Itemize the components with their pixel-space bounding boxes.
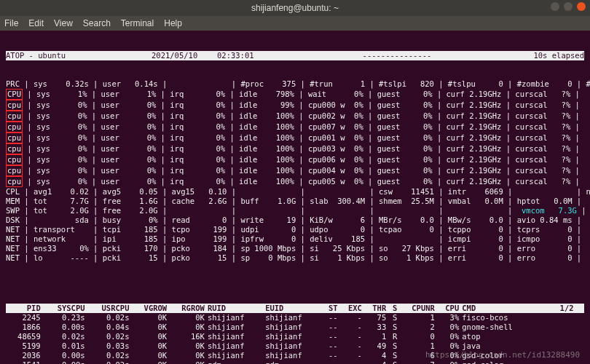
col-thr: THR <box>365 304 389 313</box>
page-indicator: 1/2 <box>560 304 584 313</box>
col-pid: PID <box>6 304 44 313</box>
process-row: 18660.00s0.04s0K0Kshijianfshijianf---33S… <box>6 323 584 332</box>
cpu-label: cpu <box>6 154 23 165</box>
col-ruid: RUID <box>208 304 265 313</box>
maximize-button[interactable] <box>564 2 573 11</box>
sysline: MEM | tot 7.7G | free 1.6G | cache 2.6G … <box>6 197 584 206</box>
col-syscpu: SYSCPU <box>44 304 88 313</box>
sysline: NET | ens33 0% | pcki 170 | pcko 184 | s… <box>6 244 584 253</box>
col-cmd: CMD <box>462 304 559 313</box>
process-row: 486590.02s0.02s0K16Kshijianfshijianf---1… <box>6 332 584 341</box>
sysline: cpu | sys 0% | user 0% | irq 0% | idle 1… <box>6 165 584 176</box>
sysline: cpu | sys 0% | user 0% | irq 0% | idle 9… <box>6 100 584 111</box>
col-exc: EXC <box>341 304 365 313</box>
atop-elapsed: 10s elapsed <box>519 51 584 60</box>
sysline: cpu | sys 0% | user 0% | irq 0% | idle 1… <box>6 111 584 122</box>
atop-host: ATOP - ubuntu <box>6 51 152 60</box>
sysline: CPL | avg1 0.02 | avg5 0.05 | avg15 0.10… <box>6 187 584 197</box>
sysline: PRC | sys 0.32s | user 0.14s | | #proc 3… <box>6 79 584 89</box>
menu-search[interactable]: Search <box>83 18 111 28</box>
cpu-label: cpu <box>6 122 23 132</box>
minimize-button[interactable] <box>551 2 559 11</box>
atop-time: 02:33:01 <box>217 51 275 60</box>
sysline: SWP | tot 2.0G | free 2.0G | | | | | | v… <box>6 206 584 215</box>
cpu-label: cpu <box>6 132 23 143</box>
process-header: PIDSYSCPUUSRCPUVGROWRGROWRUIDEUIDSTEXCTH… <box>6 304 584 313</box>
sysline: cpu | sys 0% | user 0% | irq 0% | idle 1… <box>6 154 584 165</box>
col-s: S <box>389 304 400 313</box>
process-row: 22450.23s0.02s0K0Kshijianfshijianf---75S… <box>6 313 584 323</box>
sysline: cpu | sys 0% | user 0% | irq 0% | idle 1… <box>6 176 584 187</box>
menu-terminal[interactable]: Terminal <box>121 18 154 28</box>
cpu-label: CPU <box>6 89 23 100</box>
watermark: https://blog.csdn.net/id13288490 <box>425 350 580 360</box>
sysline: cpu | sys 0% | user 0% | irq 0% | idle 1… <box>6 132 584 143</box>
col-vgrow: VGROW <box>132 304 170 313</box>
col-euid: EUID <box>265 304 323 313</box>
menu-edit[interactable]: Edit <box>28 18 44 28</box>
terminal-output[interactable]: ATOP - ubuntu 2021/05/10 02:33:01 ------… <box>0 31 590 364</box>
process-row: 15410.00s0.02s0K0Kgdmgdm---4S70%gsd-colo… <box>6 360 584 364</box>
menu-help[interactable]: Help <box>164 18 182 28</box>
cpu-label: cpu <box>6 100 23 111</box>
system-stats: PRC | sys 0.32s | user 0.14s | | #proc 3… <box>6 79 584 263</box>
close-button[interactable] <box>577 2 586 11</box>
sysline: cpu | sys 0% | user 0% | irq 0% | idle 1… <box>6 122 584 132</box>
atop-dashes: --------------- <box>275 51 519 60</box>
menu-file[interactable]: File <box>4 18 18 28</box>
sysline: CPU | sys 1% | user 1% | irq 0% | idle 7… <box>6 89 584 100</box>
col-rgrow: RGROW <box>170 304 208 313</box>
sysline: cpu | sys 0% | user 0% | irq 0% | idle 1… <box>6 143 584 154</box>
col-st: ST <box>323 304 340 313</box>
menu-view[interactable]: View <box>54 18 73 28</box>
window-titlebar: shijianfeng@ubuntu: ~ <box>0 0 590 16</box>
col-usrcpu: USRCPU <box>88 304 133 313</box>
cpu-label: cpu <box>6 176 23 187</box>
cpu-label: cpu <box>6 165 23 176</box>
col-cpu: CPU <box>438 304 462 313</box>
atop-date: 2021/05/10 <box>152 51 217 60</box>
vmcom-label: vmcom 7.3G <box>522 206 577 215</box>
window-title: shijianfeng@ubuntu: ~ <box>0 3 590 13</box>
menu-bar: File Edit View Search Terminal Help <box>0 16 590 31</box>
atop-header: ATOP - ubuntu 2021/05/10 02:33:01 ------… <box>6 51 584 60</box>
sysline: NET | transport | tcpi 185 | tcpo 199 | … <box>6 225 584 234</box>
cpu-label: cpu <box>6 143 23 154</box>
cpu-label: cpu <box>6 111 23 122</box>
col-cpunr: CPUNR <box>400 304 438 313</box>
sysline: DSK | sda | busy 0% | read 0 | write 19 … <box>6 215 584 225</box>
sysline: NET | network | ipi 185 | ipo 199 | ipfr… <box>6 234 584 244</box>
sysline: NET | lo ---- | pcki 15 | pcko 15 | sp 0… <box>6 253 584 263</box>
